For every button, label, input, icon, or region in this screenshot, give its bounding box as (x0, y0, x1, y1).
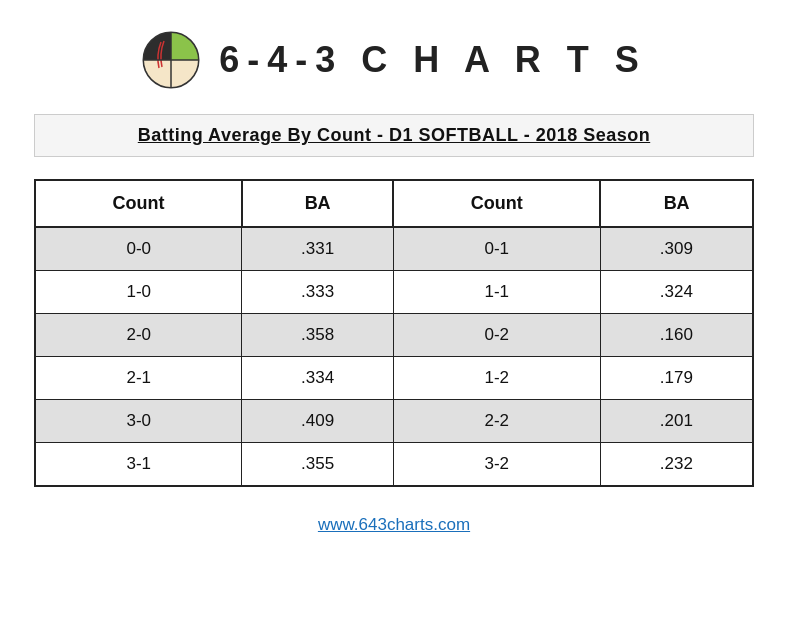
cell-count1: 1-0 (35, 271, 242, 314)
table-header-row: Count BA Count BA (35, 180, 753, 227)
cell-ba1: .409 (242, 400, 393, 443)
cell-ba2: .309 (600, 227, 753, 271)
table-row: 1-0.3331-1.324 (35, 271, 753, 314)
table-row: 3-1.3553-2.232 (35, 443, 753, 487)
col-count2-header: Count (393, 180, 600, 227)
header: 6-4-3 C H A R T S (141, 30, 646, 90)
chart-title: Batting Average By Count - D1 SOFTBALL -… (138, 125, 650, 145)
footer-link-container: www.643charts.com (318, 515, 470, 535)
table-row: 0-0.3310-1.309 (35, 227, 753, 271)
cell-ba2: .201 (600, 400, 753, 443)
cell-ba1: .355 (242, 443, 393, 487)
cell-count1: 3-0 (35, 400, 242, 443)
stats-table: Count BA Count BA 0-0.3310-1.3091-0.3331… (34, 179, 754, 487)
cell-count2: 0-1 (393, 227, 600, 271)
cell-ba1: .334 (242, 357, 393, 400)
table-wrapper: Count BA Count BA 0-0.3310-1.3091-0.3331… (34, 179, 754, 487)
cell-count2: 2-2 (393, 400, 600, 443)
cell-count1: 0-0 (35, 227, 242, 271)
page-container: 6-4-3 C H A R T S Batting Average By Cou… (0, 0, 788, 628)
cell-ba1: .331 (242, 227, 393, 271)
cell-count2: 3-2 (393, 443, 600, 487)
cell-count2: 1-2 (393, 357, 600, 400)
cell-count1: 2-0 (35, 314, 242, 357)
col-ba2-header: BA (600, 180, 753, 227)
col-count1-header: Count (35, 180, 242, 227)
cell-count1: 3-1 (35, 443, 242, 487)
logo-icon (141, 30, 201, 90)
header-title: 6-4-3 C H A R T S (219, 39, 646, 81)
website-link[interactable]: www.643charts.com (318, 515, 470, 534)
cell-count2: 0-2 (393, 314, 600, 357)
cell-ba1: .333 (242, 271, 393, 314)
cell-ba1: .358 (242, 314, 393, 357)
chart-title-box: Batting Average By Count - D1 SOFTBALL -… (34, 114, 754, 157)
cell-ba2: .160 (600, 314, 753, 357)
col-ba1-header: BA (242, 180, 393, 227)
cell-ba2: .324 (600, 271, 753, 314)
cell-ba2: .232 (600, 443, 753, 487)
cell-ba2: .179 (600, 357, 753, 400)
cell-count2: 1-1 (393, 271, 600, 314)
table-row: 2-0.3580-2.160 (35, 314, 753, 357)
cell-count1: 2-1 (35, 357, 242, 400)
table-row: 2-1.3341-2.179 (35, 357, 753, 400)
table-row: 3-0.4092-2.201 (35, 400, 753, 443)
